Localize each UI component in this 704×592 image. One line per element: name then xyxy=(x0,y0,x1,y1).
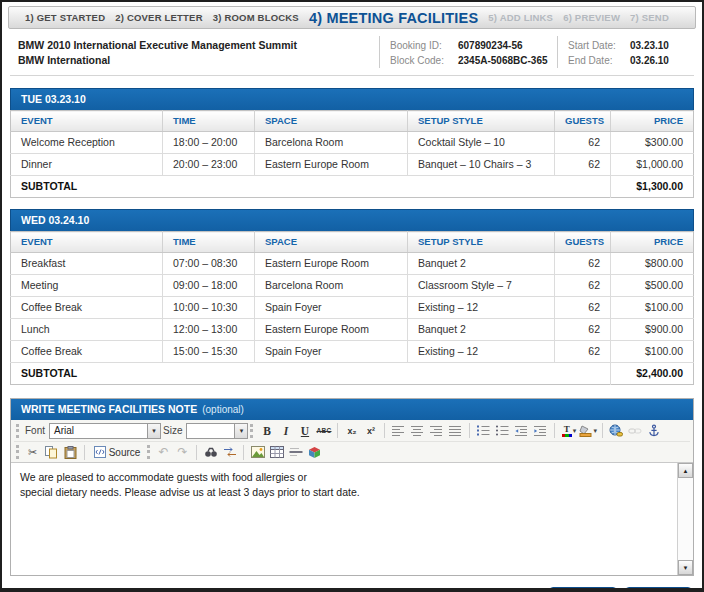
bulleted-list-icon xyxy=(496,425,509,436)
day-table-title: TUE 03.23.10 xyxy=(10,88,694,110)
column-header: EVENT xyxy=(11,232,163,253)
find-button[interactable] xyxy=(201,444,220,461)
background-color-button[interactable]: ▾ xyxy=(578,422,598,439)
toolbar-drag-handle[interactable] xyxy=(16,424,19,438)
insert-image-button[interactable] xyxy=(248,444,267,461)
view-source-button[interactable]: Source xyxy=(89,444,145,461)
decrease-indent-button[interactable] xyxy=(512,422,531,439)
font-select[interactable]: Arial ▾ xyxy=(49,423,161,439)
booking-id-label: Booking ID: xyxy=(390,38,458,53)
paste-button[interactable] xyxy=(61,444,80,461)
table-cell: 15:00 – 15:30 xyxy=(163,341,255,363)
redo-icon: ↷ xyxy=(177,445,187,459)
table-cell: 62 xyxy=(555,154,611,176)
table-cell: Welcome Reception xyxy=(11,132,163,154)
underline-button[interactable]: U xyxy=(295,422,314,439)
align-justify-button[interactable] xyxy=(446,422,465,439)
bulleted-list-button[interactable] xyxy=(493,422,512,439)
scroll-up-icon[interactable]: ▲ xyxy=(678,463,693,478)
table-row: Breakfast07:00 – 08:30Eastern Europe Roo… xyxy=(11,253,694,275)
table-cell: Lunch xyxy=(11,319,163,341)
scroll-down-icon[interactable]: ▼ xyxy=(678,560,693,575)
size-select[interactable]: ▾ xyxy=(186,423,248,439)
editor-scrollbar[interactable]: ▲ ▼ xyxy=(677,463,693,575)
subscript-button[interactable]: x₂ xyxy=(342,422,361,439)
table-cell: Cocktail Style – 10 xyxy=(408,132,555,154)
booking-id-group: Booking ID: 607890234-56 Block Code: 234… xyxy=(379,36,557,68)
undo-icon: ↶ xyxy=(158,445,168,459)
toolbar-separator xyxy=(337,423,338,438)
table-cell: Existing – 12 xyxy=(408,341,555,363)
note-optional-label: (optional) xyxy=(202,404,244,415)
unlink-icon xyxy=(628,424,642,437)
redo-button[interactable]: ↷ xyxy=(173,444,192,461)
table-cell: Coffee Break xyxy=(11,297,163,319)
horizontal-rule-button[interactable] xyxy=(286,444,305,461)
note-text-area[interactable]: We are pleased to accommodate guests wit… xyxy=(11,463,677,575)
nav-step-preview: 6) PREVIEW xyxy=(563,12,620,23)
subtotal-value: $1,300.00 xyxy=(611,176,694,198)
chevron-down-icon[interactable]: ▾ xyxy=(147,424,160,438)
table-cell: 62 xyxy=(555,253,611,275)
toolbar-drag-handle[interactable] xyxy=(250,424,253,438)
text-color-icon: T xyxy=(562,425,572,437)
table-cell: Existing – 12 xyxy=(408,297,555,319)
numbered-list-button[interactable] xyxy=(474,422,493,439)
next-button[interactable]: NEXT > xyxy=(625,587,692,592)
table-cell: Dinner xyxy=(11,154,163,176)
prev-button[interactable]: < PREV xyxy=(549,587,617,592)
events-table: EVENTTIMESPACESETUP STYLEGUESTSPRICEWelc… xyxy=(10,110,694,198)
meeting-facilities-page: { "colors": { "accent_blue": "#1565ab", … xyxy=(0,0,704,592)
size-label: Size xyxy=(163,425,182,436)
align-left-button[interactable] xyxy=(389,422,408,439)
toolbar-drag-handle[interactable] xyxy=(147,445,150,459)
bold-button[interactable]: B xyxy=(257,422,276,439)
start-date-value: 03.23.10 xyxy=(630,38,669,53)
table-cell: $800.00 xyxy=(611,253,694,275)
insert-link-button[interactable] xyxy=(607,422,626,439)
font-label: Font xyxy=(25,425,45,436)
column-header: TIME xyxy=(163,111,255,132)
undo-button[interactable]: ↶ xyxy=(154,444,173,461)
paste-icon xyxy=(64,446,77,459)
find-icon xyxy=(204,446,218,458)
nav-step-room-blocks[interactable]: 3) ROOM BLOCKS xyxy=(213,12,299,23)
copy-icon xyxy=(45,446,58,459)
toolbar-separator xyxy=(84,445,85,460)
remove-link-button[interactable] xyxy=(626,422,645,439)
toolbar-drag-handle[interactable] xyxy=(16,445,19,459)
toolbar-row-1: Font Arial ▾ Size ▾ B I U ABC x₂ x² xyxy=(14,420,690,441)
nav-step-meeting-facilities[interactable]: 4) MEETING FACILITIES xyxy=(309,10,478,26)
table-cell: Breakfast xyxy=(11,253,163,275)
replace-button[interactable] xyxy=(220,444,239,461)
italic-button[interactable]: I xyxy=(276,422,295,439)
align-right-button[interactable] xyxy=(427,422,446,439)
cut-button[interactable]: ✂ xyxy=(23,444,42,461)
superscript-button[interactable]: x² xyxy=(361,422,380,439)
column-header: SPACE xyxy=(255,111,408,132)
strikethrough-button[interactable]: ABC xyxy=(314,422,333,439)
column-header: TIME xyxy=(163,232,255,253)
insert-table-button[interactable] xyxy=(267,444,286,461)
copy-button[interactable] xyxy=(42,444,61,461)
nav-step-cover-letter[interactable]: 2) COVER LETTER xyxy=(115,12,202,23)
increase-indent-button[interactable] xyxy=(531,422,550,439)
note-panel: WRITE MEETING FACILITIES NOTE(optional) … xyxy=(10,398,694,576)
booking-title: BMW 2010 International Executive Managem… xyxy=(18,38,379,53)
nav-step-get-started[interactable]: 1) GET STARTED xyxy=(25,12,105,23)
text-color-button[interactable]: T ▾ xyxy=(559,422,578,439)
subtotal-label: SUBTOTAL xyxy=(11,176,611,198)
align-center-button[interactable] xyxy=(408,422,427,439)
table-cell: Spain Foyer xyxy=(255,341,408,363)
chevron-down-icon[interactable]: ▾ xyxy=(234,424,247,438)
table-cell: 07:00 – 08:30 xyxy=(163,253,255,275)
anchor-icon xyxy=(647,424,661,437)
special-character-button[interactable] xyxy=(305,444,324,461)
decrease-indent-icon xyxy=(515,425,528,436)
column-header: GUESTS xyxy=(555,111,611,132)
table-cell: Eastern Europe Room xyxy=(255,253,408,275)
table-cell: 10:00 – 10:30 xyxy=(163,297,255,319)
table-cell: Barcelona Room xyxy=(255,275,408,297)
increase-indent-icon xyxy=(534,425,547,436)
anchor-button[interactable] xyxy=(645,422,664,439)
